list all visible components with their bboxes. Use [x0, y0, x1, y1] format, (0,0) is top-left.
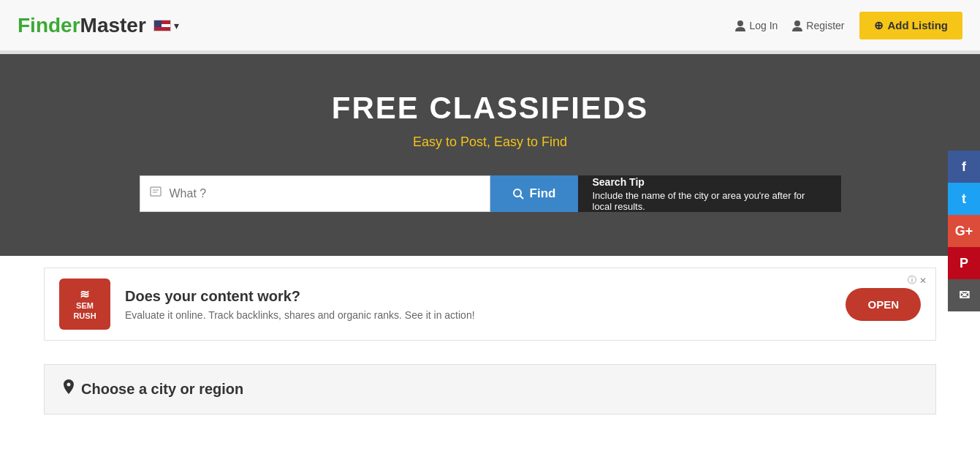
pinterest-icon: P — [960, 256, 968, 271]
find-button[interactable]: Find — [490, 175, 578, 212]
person-icon — [735, 20, 745, 31]
city-section-title: Choose a city or region — [62, 379, 918, 399]
ad-banner: ⓘ ✕ ≋ SEM RUSH Does your content work? E… — [44, 268, 936, 341]
facebook-icon: f — [962, 159, 966, 175]
header-right: Log In Register ⊕ Add Listing — [735, 12, 962, 39]
find-button-label: Find — [530, 186, 556, 201]
add-listing-button[interactable]: ⊕ Add Listing — [859, 12, 963, 39]
ad-logo-box: ≋ SEM RUSH — [59, 279, 110, 330]
flag-icon — [153, 20, 171, 31]
email-icon: ✉ — [959, 287, 970, 303]
hero-subtitle: Easy to Post, Easy to Find — [15, 135, 965, 150]
search-tip-body: Include the name of the city or area you… — [593, 190, 827, 212]
googleplus-button[interactable]: G+ — [948, 215, 980, 247]
ad-logo-line2: RUSH — [73, 311, 96, 321]
ad-section: ⓘ ✕ ≋ SEM RUSH Does your content work? E… — [0, 256, 980, 352]
ad-logo-icon: ≋ — [73, 287, 96, 301]
logo-finder: Finder — [18, 14, 80, 37]
logo-master: Master — [80, 14, 146, 37]
svg-line-6 — [520, 196, 523, 199]
lang-dropdown-arrow: ▾ — [174, 20, 179, 31]
login-link[interactable]: Log In — [735, 20, 778, 31]
add-listing-icon: ⊕ — [874, 19, 884, 32]
header-left: FinderMaster ▾ — [18, 14, 179, 37]
logo[interactable]: FinderMaster — [18, 14, 146, 37]
search-tip-title: Search Tip — [593, 176, 827, 188]
search-box — [140, 175, 490, 212]
language-selector[interactable]: ▾ — [153, 20, 179, 31]
ad-headline: Does your content work? — [125, 288, 831, 305]
svg-point-1 — [794, 20, 800, 26]
svg-rect-2 — [151, 187, 161, 196]
register-link[interactable]: Register — [792, 20, 844, 31]
social-sidebar: f t G+ P ✉ — [948, 151, 980, 311]
header: FinderMaster ▾ Log In Register ⊕ Add — [0, 0, 980, 51]
pinterest-button[interactable]: P — [948, 247, 980, 279]
login-label: Log In — [749, 20, 778, 31]
find-button-icon — [512, 188, 524, 200]
hero-title: FREE CLASSIFIEDS — [15, 91, 965, 126]
ad-content: Does your content work? Evaluate it onli… — [125, 288, 831, 321]
city-section: Choose a city or region — [44, 364, 936, 414]
search-tip: Search Tip Include the name of the city … — [578, 175, 841, 212]
register-person-icon — [792, 20, 802, 31]
ad-info-icon[interactable]: ⓘ — [908, 274, 916, 287]
svg-point-0 — [737, 20, 743, 26]
search-input[interactable] — [170, 187, 481, 200]
twitter-button[interactable]: t — [948, 183, 980, 215]
ad-logo-line1: SEM — [73, 301, 96, 311]
email-button[interactable]: ✉ — [948, 279, 980, 311]
search-field-icon — [149, 185, 164, 203]
ad-description: Evaluate it online. Track backlinks, sha… — [125, 309, 831, 321]
city-section-label: Choose a city or region — [81, 381, 243, 398]
svg-point-5 — [514, 189, 521, 197]
ad-controls: ⓘ ✕ — [908, 274, 927, 287]
location-icon — [62, 379, 75, 399]
flag-canton — [154, 20, 162, 27]
twitter-icon: t — [962, 192, 966, 207]
ad-open-button[interactable]: OPEN — [846, 288, 921, 321]
search-container: Find Search Tip Include the name of the … — [140, 175, 841, 212]
hero-section: FREE CLASSIFIEDS Easy to Post, Easy to F… — [0, 54, 980, 256]
ad-close-icon[interactable]: ✕ — [919, 276, 927, 286]
googleplus-icon: G+ — [955, 224, 973, 239]
add-listing-label: Add Listing — [888, 19, 949, 31]
facebook-button[interactable]: f — [948, 151, 980, 183]
register-label: Register — [806, 20, 844, 31]
ad-logo-text: ≋ SEM RUSH — [73, 287, 96, 321]
